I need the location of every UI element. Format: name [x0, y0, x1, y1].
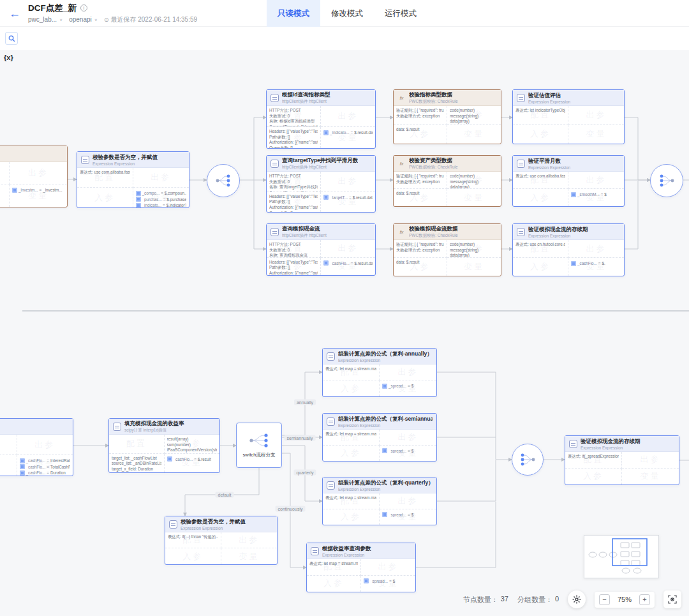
node-check-asset-type[interactable]: fx校验资产类型数据PWC数据校验: CheckRule配置验证规则: [ { …: [393, 155, 501, 207]
variable-chip-icon: [136, 197, 141, 202]
node-verify-duration-top[interactable]: 验证模拟现金流的存续期Expression Expression配置表达式: u…: [512, 223, 625, 276]
tab-edit[interactable]: 修改模式: [320, 0, 374, 27]
quadrant-config: 配置表达式: use cn.hutool.core.date...: [513, 240, 568, 258]
variable-row: _cashFlo...=InterestRate: [20, 458, 71, 463]
back-button[interactable]: ←: [9, 8, 20, 19]
node-verify-smooth-months[interactable]: 验证平滑月数Expression Expression配置表达式: use co…: [512, 155, 625, 207]
variable-row: _cashFlo...=TotalCashF...: [20, 464, 71, 469]
quadrant-in: 入参: [0, 455, 17, 476]
watermark-in: 入参: [565, 469, 621, 485]
node-http-query-cashflow[interactable]: 查询模拟现金流httpClient插件 httpClient配置HTTP方法: …: [266, 223, 376, 276]
variable-row: _spread...=$: [364, 578, 413, 583]
minimap[interactable]: [584, 535, 659, 578]
minimap-viewport[interactable]: [612, 539, 647, 566]
quadrant-in: 入参data: $.result: [394, 258, 447, 276]
fit-view-button[interactable]: [663, 590, 681, 608]
node-verify-duration-bottom[interactable]: 验证模拟现金流的存续期Expression Expression配置表达式: i…: [565, 435, 679, 485]
quadrant-config: 配置表达式: if(_spreadExpression ==...: [565, 452, 622, 469]
zoom-control: − 75% +: [595, 592, 655, 608]
quadrant-out: 出参: [10, 162, 67, 184]
node-title: 验证模拟现金流的存续期: [528, 226, 588, 234]
join-gateway-icon: [519, 453, 536, 467]
quadrant-out: 出参: [17, 435, 73, 455]
watermark-in: 入参: [165, 548, 221, 564]
variable-row: _targetT...=$.result.data: [323, 195, 373, 200]
component-icon: [517, 160, 525, 168]
quadrant-in: 入参: [165, 548, 221, 564]
node-set-field-name[interactable]: 置字段名sion配置Rate +...出参入参变量_cashFlo...=Int…: [0, 418, 73, 476]
node-title: 校验模拟现金流数据: [409, 225, 458, 233]
node-check-assign-top[interactable]: 校验参数是否为空，并赋值Expression Expression配置表达式: …: [77, 151, 189, 208]
quadrant-config: 配置表达式: use com.alibaba.fastjson...: [77, 168, 133, 188]
variable-row: _cashFlo...=$.: [571, 261, 621, 266]
quadrant-var: 变量_indicato...=$.result.data: [321, 127, 375, 148]
watermark-in: 入参: [323, 380, 379, 396]
node-scipy-fill-yield[interactable]: 填充模拟现金流的收益率scipy计算 interp1d插值配置出参result(…: [108, 418, 220, 473]
app-label: openapi: [69, 16, 92, 23]
watermark-in: 入参: [513, 189, 568, 206]
breadcrumb-app[interactable]: openapi ∨: [69, 16, 98, 23]
component-icon: [113, 423, 121, 431]
quadrant-out: 出参: [568, 172, 624, 189]
canvas[interactable]: {x} fx配置umber)get(string)rray)出参入参变量_inv…: [0, 50, 689, 616]
component-icon: [311, 547, 319, 555]
info-icon[interactable]: i: [80, 4, 87, 11]
node-verify-valuation[interactable]: 验证估值评估Expression Expression配置表达式: let in…: [512, 89, 625, 144]
search-button[interactable]: [5, 32, 18, 45]
node-subtitle: Expression Expression: [338, 358, 433, 363]
zoom-in-button[interactable]: +: [639, 594, 650, 605]
quadrant-var: 变量_cashFlo...=$.: [568, 258, 624, 276]
node-http-query-targettype[interactable]: 查询targetType并找到平滑月数httpClient插件 httpClie…: [266, 155, 376, 213]
watermark-out: 出参: [321, 106, 375, 126]
component-icon: [270, 228, 279, 236]
quadrant-out: 出参result(array)sum(number)iPaaSComponent…: [165, 435, 220, 454]
switch-branch-icon: [248, 432, 270, 449]
component-icon: [169, 520, 177, 529]
settings-button[interactable]: [568, 590, 586, 608]
variable-chip-icon: [571, 192, 576, 197]
node-query-params-by-yield[interactable]: 根据收益率查询参数Expression Expression配置表达式: let…: [306, 543, 416, 592]
breadcrumb-workspace[interactable]: pwc_lab... ∨: [28, 16, 63, 23]
quadrant-in: 入参target_list: _cashFlowListsource_list:…: [109, 454, 165, 473]
watermark-out: 出参: [221, 532, 278, 548]
variable-row: _cashFlo...=$.result.dat...: [323, 260, 373, 266]
quadrant-config: 配置表达式: if(...) throw "传递的...: [165, 532, 221, 548]
node-formula-quarterly[interactable]: 组装计算点差的公式（复利-quarterly）Expression Expres…: [322, 477, 437, 525]
watermark-in: 入参: [323, 446, 379, 462]
variable-chip-icon: [20, 470, 25, 476]
group-count: 分组数量： 0: [517, 595, 559, 605]
variable-chip-icon: [136, 203, 141, 208]
node-gateway-split[interactable]: [207, 164, 240, 197]
variable-chip-icon: [323, 195, 329, 200]
zoom-out-button[interactable]: −: [599, 594, 610, 605]
tab-readonly[interactable]: 只读模式: [267, 0, 320, 27]
variable-row: _purchas...=$.purchase...: [136, 197, 187, 202]
watermark-out: 出参: [622, 452, 679, 468]
quadrant-in: 入参: [307, 576, 361, 592]
global-variables-button[interactable]: {x}: [4, 54, 13, 61]
node-subtitle: Expression Expression: [528, 165, 570, 170]
tab-run[interactable]: 运行模式: [374, 0, 427, 27]
watermark-out: 出参: [568, 172, 624, 188]
node-check-sim-cashflow[interactable]: fx校验模拟现金流数据PWC数据校验: CheckRule配置验证规则: [ {…: [393, 223, 501, 276]
quadrant-config: 配置: [109, 435, 165, 454]
node-gateway-join-bottom[interactable]: [512, 444, 544, 476]
quadrant-var: 变量: [568, 125, 624, 144]
quadrant-out: 出参: [380, 364, 436, 380]
node-title: 验证平滑月数: [528, 158, 570, 165]
watermark-out: 出参: [321, 240, 375, 257]
variable-row: _cashFlo...=Duration: [20, 470, 71, 476]
node-title: 查询模拟现金流: [282, 225, 327, 233]
quadrant-var: 变量: [221, 548, 278, 564]
quadrant-out: 出参: [321, 240, 375, 258]
node-http-query-indicator-type[interactable]: 根据id查询指标类型httpClient插件 httpClient配置HTTP方…: [266, 89, 376, 149]
node-formula-annually[interactable]: 组装计算点差的公式（复利-annually）Expression Express…: [322, 348, 437, 397]
node-formula-semiannually[interactable]: 组装计算点差的公式（复利-semiannually）Expression Exp…: [322, 413, 437, 462]
edge-label-annually: annually: [294, 400, 316, 405]
node-check-indicator-type[interactable]: fx校验指标类型数据PWC数据校验: CheckRule配置验证规则: [ { …: [393, 89, 501, 144]
node-switch-branch[interactable]: switch流程分支: [236, 423, 282, 468]
watermark-in: 入参: [307, 576, 360, 592]
node-check-assign-bottom[interactable]: 校验参数是否为空，并赋值Expression Expression配置表达式: …: [165, 516, 278, 565]
node-params-partial[interactable]: fx配置umber)get(string)rray)出参入参变量_investm…: [0, 146, 68, 207]
node-gateway-join[interactable]: [650, 164, 683, 197]
